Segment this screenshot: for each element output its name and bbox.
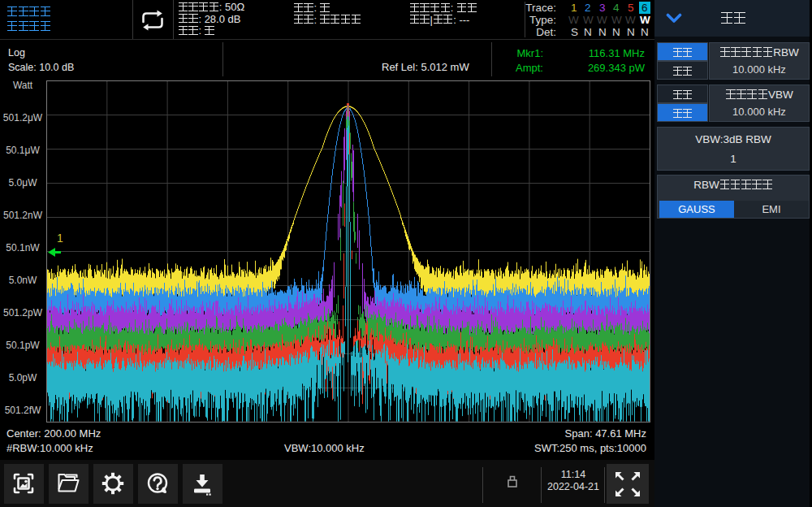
svg-text:1: 1 xyxy=(57,232,63,245)
